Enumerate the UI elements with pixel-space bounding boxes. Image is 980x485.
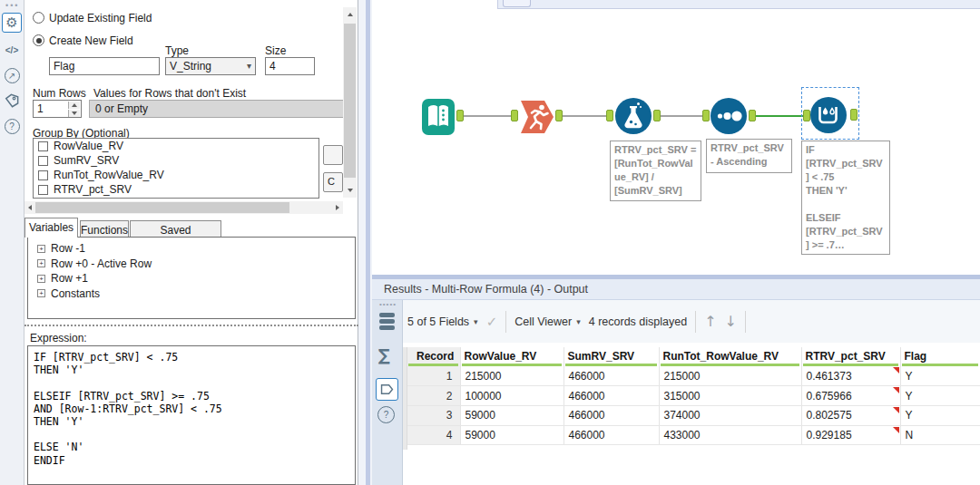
formula-tool[interactable] bbox=[614, 97, 652, 135]
checkbox[interactable] bbox=[38, 170, 48, 180]
scroll-down-record-button[interactable]: ↓ bbox=[725, 313, 737, 330]
cell[interactable]: 466000 bbox=[564, 366, 659, 386]
cell[interactable]: 100000 bbox=[460, 386, 564, 406]
cell[interactable]: 466000 bbox=[564, 405, 659, 425]
group-by-item[interactable]: RTRV_pct_SRV bbox=[34, 182, 318, 197]
new-field-name-input[interactable]: Flag bbox=[49, 57, 160, 75]
group-by-item[interactable]: RowValue_RV bbox=[34, 139, 318, 153]
panel-splitter-handle[interactable] bbox=[24, 325, 358, 326]
record-cell[interactable]: 3 bbox=[407, 405, 460, 425]
scrollbar-thumb[interactable] bbox=[344, 24, 356, 178]
cell[interactable]: 0.929185 bbox=[801, 425, 900, 445]
tree-item-constants[interactable]: +Constants bbox=[28, 286, 355, 302]
cell[interactable]: 215000 bbox=[659, 366, 801, 386]
column-header[interactable]: RTRV_pct_SRV bbox=[801, 347, 900, 366]
tree-item-row-0[interactable]: +Row +0 - Active Row bbox=[28, 257, 355, 272]
checkbox[interactable] bbox=[38, 141, 48, 151]
group-by-item[interactable]: RunTot_RowValue_RV bbox=[34, 168, 318, 182]
scroll-up-arrow[interactable] bbox=[343, 9, 357, 20]
column-header[interactable]: RowValue_RV bbox=[460, 347, 564, 366]
config-vertical-scrollbar[interactable] bbox=[343, 7, 357, 198]
scroll-up-record-button[interactable]: ↑ bbox=[704, 313, 716, 330]
formula-annotation[interactable]: RTRV_pct_SRV = [RunTot_RowValue_RV] / [S… bbox=[610, 141, 701, 201]
spinner-up-button[interactable] bbox=[68, 102, 80, 109]
refresh-arrow-icon[interactable]: ↗ bbox=[2, 65, 22, 85]
connection-input-to-runningtotal[interactable] bbox=[464, 115, 512, 117]
scroll-down-arrow[interactable] bbox=[343, 185, 357, 196]
metadata-pentagon-icon[interactable] bbox=[376, 378, 398, 401]
expand-icon[interactable]: + bbox=[37, 245, 45, 253]
table-rows-icon[interactable] bbox=[379, 313, 395, 330]
column-header[interactable]: RunTot_RowValue_RV bbox=[659, 347, 801, 366]
fields-dropdown[interactable]: 5 of 5 Fields ▾ bbox=[407, 315, 478, 328]
connection-runningtotal-to-formula[interactable] bbox=[563, 115, 607, 117]
expand-icon[interactable]: + bbox=[37, 275, 45, 283]
drag-handle-icon[interactable]: ••••• bbox=[379, 300, 397, 308]
cell[interactable]: Y bbox=[900, 386, 980, 406]
input-data-tool[interactable] bbox=[421, 98, 456, 136]
scroll-left-arrow[interactable] bbox=[24, 201, 35, 214]
tree-item-row-plus1[interactable]: +Row +1 bbox=[28, 271, 355, 286]
drag-handle-icon[interactable]: ••• bbox=[5, 1, 19, 10]
cell[interactable]: 433000 bbox=[659, 425, 801, 445]
group-by-side-button[interactable] bbox=[323, 145, 343, 165]
scrollbar-thumb[interactable] bbox=[35, 202, 289, 213]
multirow-annotation[interactable]: IF [RTRV_pct_SRV] < .75 THEN 'Y' ELSEIF … bbox=[801, 141, 890, 255]
running-total-tool[interactable] bbox=[519, 98, 555, 136]
record-cell[interactable]: 2 bbox=[407, 386, 460, 406]
configuration-gear-icon[interactable]: ⚙ bbox=[2, 13, 22, 33]
connection-sort-to-multirow-selected[interactable] bbox=[756, 115, 803, 117]
tree-item-row-minus1[interactable]: +Row -1 bbox=[28, 241, 355, 257]
cell[interactable]: 374000 bbox=[659, 405, 801, 425]
column-header[interactable]: SumRV_SRV bbox=[564, 347, 659, 366]
cell[interactable]: 59000 bbox=[460, 425, 564, 445]
sort-annotation[interactable]: RTRV_pct_SRV - Ascending bbox=[706, 139, 792, 173]
cell[interactable]: 466000 bbox=[564, 386, 659, 406]
connection-formula-to-sort[interactable] bbox=[661, 115, 703, 117]
cell[interactable]: Y bbox=[900, 405, 980, 425]
config-horizontal-scrollbar[interactable] bbox=[24, 201, 343, 214]
cell[interactable]: 59000 bbox=[460, 405, 564, 425]
checkbox[interactable] bbox=[38, 185, 48, 195]
cell[interactable]: 215000 bbox=[460, 366, 564, 386]
sort-tool[interactable] bbox=[710, 97, 748, 135]
help-icon[interactable]: ? bbox=[377, 406, 395, 423]
group-by-clear-button[interactable]: C bbox=[323, 172, 343, 192]
vertical-splitter[interactable] bbox=[358, 0, 372, 485]
update-existing-field-radio[interactable] bbox=[33, 12, 44, 24]
rows-not-exist-dropdown[interactable]: 0 or Empty bbox=[89, 100, 346, 118]
tab-variables[interactable]: Variables bbox=[24, 218, 78, 238]
create-new-field-radio[interactable] bbox=[33, 34, 44, 46]
multi-row-formula-tool[interactable] bbox=[809, 96, 848, 134]
tab-functions[interactable]: Functions bbox=[80, 220, 129, 238]
expand-icon[interactable]: + bbox=[37, 289, 45, 297]
record-cell[interactable]: 4 bbox=[407, 425, 460, 445]
tab-saved-expressions[interactable]: Saved Expressions bbox=[130, 220, 221, 238]
num-rows-spinner[interactable]: 1 bbox=[33, 100, 82, 118]
cell[interactable]: 0.461373 bbox=[801, 366, 900, 386]
record-cell[interactable]: 1 bbox=[407, 366, 460, 386]
checkbox[interactable] bbox=[38, 156, 48, 166]
cell-viewer-dropdown[interactable]: Cell Viewer ▾ bbox=[514, 315, 581, 328]
spinner-down-button[interactable] bbox=[68, 110, 80, 117]
cell[interactable]: 466000 bbox=[564, 425, 659, 445]
group-by-item[interactable]: SumRV_SRV bbox=[34, 153, 318, 168]
scroll-right-arrow[interactable] bbox=[332, 201, 343, 214]
cell[interactable]: 0.802575 bbox=[801, 405, 900, 425]
workflow-canvas[interactable]: RTRV_pct_SRV = [RunTot_RowValue_RV] / [S… bbox=[372, 0, 980, 275]
size-input[interactable]: 4 bbox=[265, 57, 315, 75]
cell[interactable]: 0.675966 bbox=[801, 386, 900, 406]
expand-icon[interactable]: + bbox=[37, 259, 45, 267]
code-icon[interactable]: </> bbox=[2, 40, 22, 60]
column-header[interactable]: Flag bbox=[900, 347, 980, 366]
cell[interactable]: N bbox=[900, 425, 980, 445]
apply-check-icon[interactable]: ✓ bbox=[486, 314, 498, 330]
toolbar-button-fragment[interactable] bbox=[503, 0, 531, 7]
data-sigma-icon[interactable]: ∑ bbox=[378, 345, 390, 364]
column-header[interactable]: Record bbox=[407, 347, 460, 366]
cell[interactable]: 315000 bbox=[659, 386, 801, 406]
cell[interactable]: Y bbox=[900, 366, 980, 386]
type-dropdown[interactable]: V_String ▾ bbox=[165, 57, 256, 75]
tag-icon[interactable] bbox=[2, 91, 22, 111]
expression-editor[interactable]: IF [RTRV_pct_SRV] < .75 THEN 'Y' ELSEIF … bbox=[27, 345, 356, 485]
